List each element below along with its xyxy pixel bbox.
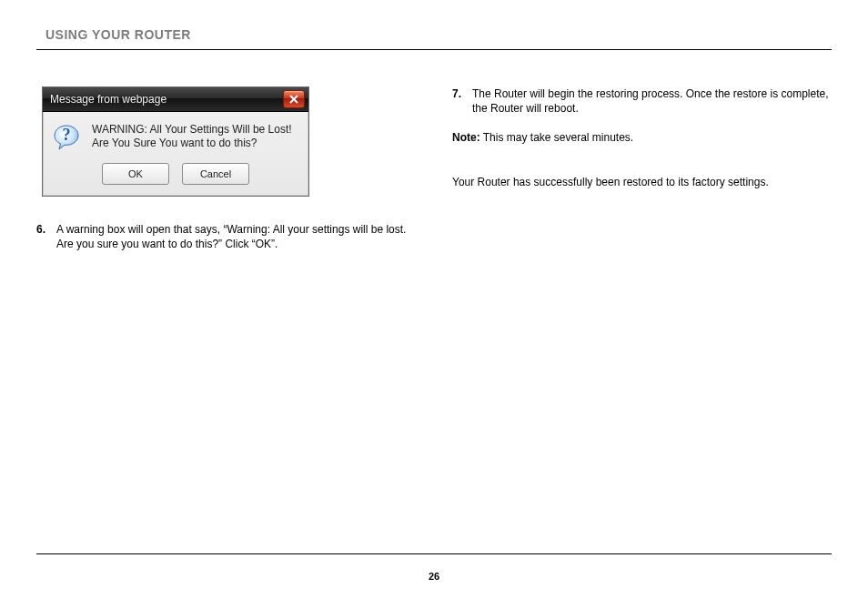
- step-7-number: 7.: [452, 86, 472, 116]
- svg-text:?: ?: [63, 126, 71, 144]
- document-page: USING YOUR ROUTER Message from webpage: [0, 0, 868, 609]
- warning-dialog: Message from webpage: [42, 86, 309, 197]
- note-text: This may take several minutes.: [480, 131, 634, 144]
- step-6: 6. A warning box will open that says, “W…: [36, 222, 416, 251]
- page-number: 26: [0, 571, 868, 582]
- note-label: Note:: [452, 131, 480, 144]
- close-icon: [289, 95, 298, 104]
- divider-top: [36, 49, 832, 50]
- step-6-text: A warning box will open that says, “Warn…: [56, 222, 416, 251]
- section-title: USING YOUR ROUTER: [45, 27, 832, 42]
- right-column: 7. The Router will begin the restoring p…: [452, 86, 832, 266]
- cancel-button[interactable]: Cancel: [182, 163, 249, 185]
- left-column: Message from webpage: [36, 86, 416, 266]
- dialog-button-row: OK Cancel: [43, 157, 308, 196]
- dialog-close-button[interactable]: [283, 90, 305, 108]
- content-columns: Message from webpage: [36, 86, 832, 266]
- step-7: 7. The Router will begin the restoring p…: [452, 86, 832, 116]
- confirmation-text: Your Router has successfully been restor…: [452, 175, 832, 189]
- ok-button[interactable]: OK: [102, 163, 169, 185]
- dialog-message: WARNING: All Your Settings Will be Lost!…: [92, 123, 292, 150]
- question-icon: ?: [52, 123, 81, 152]
- dialog-message-line2: Are You Sure You want to do this?: [92, 137, 292, 150]
- dialog-body: ? WARNING: All Your Settings Will be Los…: [43, 112, 308, 157]
- step-7-text: The Router will begin the restoring proc…: [472, 86, 832, 116]
- dialog-titlebar: Message from webpage: [43, 87, 308, 112]
- step-6-number: 6.: [36, 222, 56, 251]
- divider-bottom: [36, 553, 832, 554]
- dialog-title: Message from webpage: [50, 93, 167, 106]
- note: Note: This may take several minutes.: [452, 130, 832, 145]
- dialog-message-line1: WARNING: All Your Settings Will be Lost!: [92, 123, 292, 137]
